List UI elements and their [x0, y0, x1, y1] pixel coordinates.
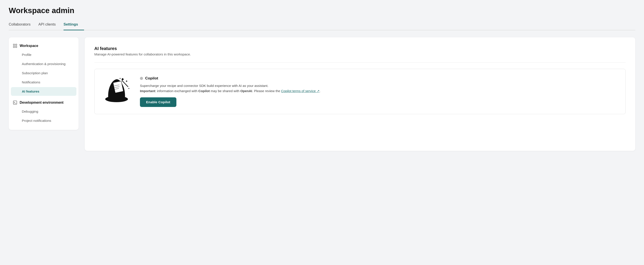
copilot-desc-part4: . Please review the [252, 89, 281, 93]
copilot-important-label: Important [140, 89, 155, 93]
openai-bold: OpenAI [240, 89, 252, 93]
sidebar-item-debugging[interactable]: Debugging [11, 107, 76, 116]
panel-subtitle: Manage AI-powered features for collabora… [94, 52, 626, 56]
svg-rect-0 [13, 44, 15, 46]
sidebar-item-profile[interactable]: Profile [11, 50, 76, 59]
svg-rect-4 [13, 101, 17, 104]
tab-api-clients[interactable]: API clients [38, 20, 62, 30]
tab-collaborators[interactable]: Collaborators [9, 20, 37, 30]
copilot-desc-part2: : information exchanged with [155, 89, 198, 93]
grid-icon [13, 44, 18, 48]
copilot-name: Copilot [145, 76, 158, 80]
sidebar-section-workspace: Workspace [9, 42, 78, 50]
svg-rect-1 [16, 44, 17, 46]
copilot-description: Supercharge your recipe and connector SD… [140, 83, 618, 94]
sidebar-item-subscription-plan[interactable]: Subscription plan [11, 69, 76, 78]
svg-text:✦: ✦ [125, 80, 128, 83]
content-area: Workspace Profile Authentication & provi… [9, 37, 635, 151]
copilot-illustration: ✦ ✦ ✦ [102, 76, 133, 107]
panel-title: AI features [94, 46, 626, 51]
page-title: Workspace admin [9, 6, 635, 15]
code-icon [13, 100, 18, 105]
dev-section-label: Development environment [20, 101, 64, 104]
page-wrapper: Workspace admin Collaborators API client… [0, 0, 644, 265]
tabs-bar: Collaborators API clients Settings [9, 20, 635, 30]
svg-rect-3 [16, 46, 17, 48]
sidebar-item-auth-provisioning[interactable]: Authentication & provisioning [11, 60, 76, 68]
sidebar: Workspace Profile Authentication & provi… [9, 37, 78, 130]
copilot-desc-line1: Supercharge your recipe and connector SD… [140, 84, 268, 88]
svg-text:✦: ✦ [119, 77, 121, 80]
copilot-terms-link[interactable]: Copilot terms of service ↗ [281, 89, 320, 93]
copilot-bold: Copilot [198, 89, 210, 93]
svg-rect-11 [122, 78, 124, 80]
sidebar-item-notifications[interactable]: Notifications [11, 78, 76, 87]
enable-copilot-button[interactable]: Enable Copilot [140, 97, 176, 107]
copilot-link-text: Copilot terms of service [281, 89, 316, 93]
tab-settings[interactable]: Settings [64, 20, 84, 30]
sidebar-section-dev-environment: Development environment [9, 98, 78, 107]
sidebar-item-ai-features[interactable]: AI features [11, 87, 76, 96]
copilot-status-dot [140, 77, 143, 80]
svg-rect-2 [13, 46, 15, 48]
copilot-desc-part3: may be shared with [210, 89, 240, 93]
svg-text:✦: ✦ [128, 87, 130, 90]
panel-divider [94, 62, 626, 63]
main-panel: AI features Manage AI-powered features f… [85, 37, 635, 151]
copilot-desc-part5: . [320, 89, 320, 93]
sidebar-item-project-notifications[interactable]: Project notifications [11, 116, 76, 125]
copilot-header: Copilot [140, 76, 618, 80]
copilot-content: Copilot Supercharge your recipe and conn… [140, 76, 618, 107]
workspace-section-label: Workspace [20, 44, 38, 48]
copilot-card: ✦ ✦ ✦ Copilot Supercharge your recipe an… [94, 69, 626, 114]
